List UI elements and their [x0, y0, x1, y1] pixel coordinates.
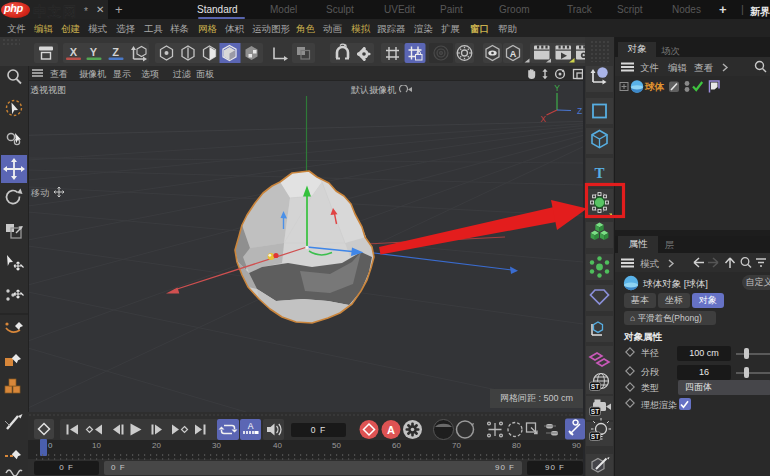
svg-text:ST: ST	[591, 433, 599, 440]
svg-text:Z: Z	[112, 46, 119, 58]
svg-text:X: X	[70, 46, 78, 58]
svg-text:X: X	[540, 114, 546, 124]
svg-text:A: A	[510, 49, 517, 59]
svg-text:T: T	[594, 165, 604, 181]
svg-text:ST: ST	[591, 408, 599, 415]
svg-text:A: A	[387, 424, 395, 436]
svg-text:A: A	[248, 421, 254, 431]
svg-text:ST: ST	[591, 383, 599, 390]
svg-text:Y: Y	[90, 46, 98, 58]
svg-text:Z: Z	[577, 106, 582, 116]
svg-text:Y: Y	[554, 83, 560, 93]
